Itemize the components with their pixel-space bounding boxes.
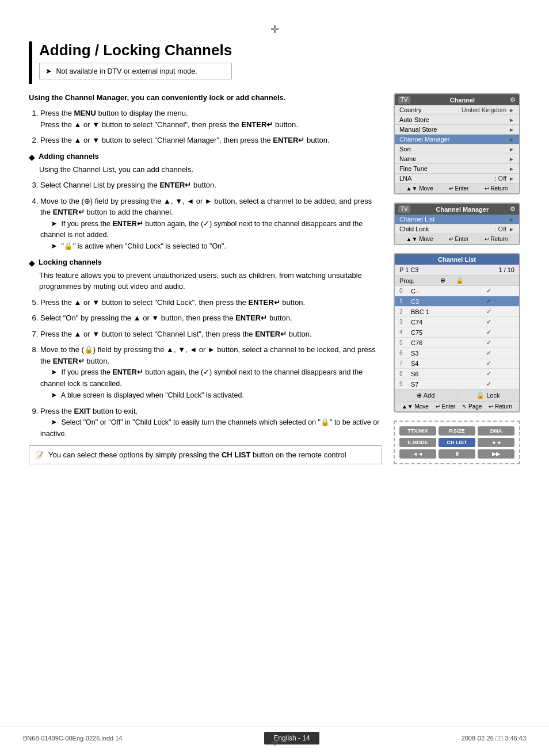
- remote-btn-psize: P.SIZE: [439, 426, 475, 436]
- channel-list-panel: Channel List P 1 C3 1 / 10 Prog. ⊕ 🔒 0 C…: [394, 253, 520, 413]
- remote-grid: TTX/MIX P.SIZE DMA E.MODE CH LIST ◄◄ ◄◄ …: [399, 426, 514, 459]
- cl-row-3: 3 C74 ✓: [395, 317, 519, 327]
- tv-row-sort: Sort ►: [395, 144, 519, 154]
- step3-enter-bold: ENTER↵: [159, 181, 191, 189]
- locking-channels-title: Locking channels: [39, 258, 102, 266]
- intro-bold: Using the Channel Manager, you can conve…: [29, 93, 382, 102]
- cl-pagination: 1 / 10: [498, 266, 514, 273]
- remote-btn-rrew: ◄◄: [478, 438, 514, 447]
- arrow-r-icon: ►: [509, 127, 514, 133]
- remote-btn-chlist[interactable]: CH LIST: [439, 438, 475, 447]
- note-icon: 📝: [35, 451, 44, 459]
- tv-panel1-header: TV Channel ⚙: [395, 94, 519, 105]
- cl-row-8: 8 S6 ✓: [395, 369, 519, 379]
- bottom-note-box: 📝 You can select these options by simply…: [29, 445, 382, 464]
- step1-menu-bold: MENU: [74, 109, 96, 117]
- step-4: Move to the (⊕) field by pressing the ▲,…: [40, 196, 382, 252]
- arrow-r-icon: ►: [509, 216, 514, 223]
- step-1: Press the MENU button to display the men…: [40, 108, 382, 130]
- step8-subnote1: ➤ If you press the ENTER↵ button again, …: [40, 368, 363, 388]
- cl-add-btn[interactable]: ⊕ Add: [395, 390, 458, 401]
- title-content: Adding / Locking Channels ➤ Not availabl…: [39, 41, 232, 84]
- tv-row-autostore: Auto Store ►: [395, 115, 519, 125]
- locking-channels-body: This feature allows you to prevent unaut…: [39, 270, 382, 292]
- arrow-r-icon: ►: [509, 166, 514, 172]
- locking-channels-header: ◆ Locking channels: [29, 258, 382, 268]
- cl-lock-btn[interactable]: 🔒 Lock: [458, 390, 520, 401]
- tv-panel2-body: Channel List ► Child Lock : Off ►: [395, 215, 519, 234]
- arrow-r-icon: ►: [509, 136, 514, 143]
- cl-col-prog: Prog.: [399, 277, 434, 284]
- cl-row-9: 9 S7 ✓: [395, 379, 519, 390]
- footer-right: 2008-02-26 □□ 3:46:43: [462, 735, 526, 742]
- tv-row-channelmgr: Channel Manager ►: [395, 135, 519, 144]
- tv-panel1-body: Country : United Kingdom ► Auto Store ► …: [395, 105, 519, 183]
- title-section: Adding / Locking Channels ➤ Not availabl…: [29, 41, 520, 84]
- steps-list-1: Press the MENU button to display the men…: [29, 108, 382, 146]
- step-8: Move to the (🔒) field by pressing the ▲,…: [40, 344, 382, 400]
- remote-btn-emode: E.MODE: [399, 438, 436, 447]
- footer-move: ▲▼ Move: [406, 185, 433, 192]
- cl-row-2: 2 BBC 1 ✓: [395, 307, 519, 317]
- tv-panel2-title: Channel Manager: [415, 206, 510, 213]
- tv-label-1: TV: [398, 96, 410, 104]
- step-5: Press the ▲ or ▼ button to select "Child…: [40, 297, 382, 308]
- tv-panel2-icon: ⚙: [510, 205, 516, 213]
- left-column: Using the Channel Manager, you can conve…: [29, 93, 382, 464]
- arrow-r-icon: ►: [509, 146, 514, 152]
- adding-channels-title: Adding channels: [39, 152, 99, 161]
- tv-row-finetune: Fine Tune ►: [395, 164, 519, 174]
- main-layout: Using the Channel Manager, you can conve…: [29, 93, 520, 464]
- title-bar: [29, 41, 32, 84]
- arrow-r-icon: ►: [509, 226, 514, 232]
- footer2-move: ▲▼ Move: [406, 236, 433, 242]
- tv-panel2-header: TV Channel Manager ⚙: [395, 204, 519, 215]
- step4-subnote1: ➤ If you press the ENTER↵ button again, …: [40, 220, 363, 239]
- adding-channels-header: ◆ Adding channels: [29, 152, 382, 162]
- remote-area: TTX/MIX P.SIZE DMA E.MODE CH LIST ◄◄ ◄◄ …: [394, 421, 520, 464]
- note-arrow-icon: ➤: [45, 67, 52, 75]
- step4-subnote2: ➤ "🔒" is active when "Child Lock" is sel…: [51, 242, 226, 250]
- note-text: Not available in DTV or external input m…: [56, 67, 197, 75]
- top-compass-icon: ✛: [29, 23, 520, 36]
- arrow-r-icon: ►: [509, 107, 514, 113]
- footer2-enter: ↵ Enter: [449, 236, 469, 242]
- cl-col-headers: Prog. ⊕ 🔒: [395, 276, 519, 286]
- tv-row-country: Country : United Kingdom ►: [395, 105, 519, 115]
- tv-panel1-icon: ⚙: [510, 96, 516, 104]
- steps-list-2: Select Channel List by pressing the ENTE…: [29, 180, 382, 252]
- footer-return: ↩ Return: [485, 185, 508, 192]
- diamond-icon-lock: ◆: [29, 258, 35, 268]
- tv-panel2-footer: ▲▼ Move ↵ Enter ↩ Return: [395, 234, 519, 244]
- cl-row-0: 0 C-- ✓: [395, 286, 519, 296]
- arrow-r-icon: ►: [509, 175, 514, 182]
- cl-footer-buttons: ⊕ Add 🔒 Lock: [395, 390, 519, 401]
- diamond-icon-add: ◆: [29, 152, 35, 162]
- page-title: Adding / Locking Channels: [39, 41, 232, 59]
- step-9: Press the EXIT button to exit. ➤ Select …: [40, 406, 382, 440]
- tv-panel-channel: TV Channel ⚙ Country : United Kingdom ► …: [394, 93, 520, 194]
- channel-list-header: Channel List: [395, 254, 519, 265]
- tv-panel1-title: Channel: [415, 97, 510, 104]
- note-box: ➤ Not available in DTV or external input…: [39, 63, 232, 79]
- footer2-return: ↩ Return: [485, 236, 508, 242]
- tv-row2-childlock: Child Lock : Off ►: [395, 224, 519, 234]
- remote-btn-dma: DMA: [478, 426, 514, 436]
- step-7: Press the ▲ or ▼ button to select "Chann…: [40, 329, 382, 340]
- footer-enter: ↵ Enter: [449, 185, 469, 192]
- arrow-r-icon: ►: [509, 156, 514, 162]
- steps-list-3: Press the ▲ or ▼ button to select "Child…: [29, 297, 382, 440]
- tv-row-manualstore: Manual Store ►: [395, 125, 519, 135]
- tv-panel1-footer: ▲▼ Move ↵ Enter ↩ Return: [395, 183, 519, 193]
- step4-enter-bold: ENTER↵: [53, 208, 85, 216]
- step-2: Press the ▲ or ▼ button to select "Chann…: [40, 135, 382, 146]
- cl-nav-enter: ↵ Enter: [436, 403, 456, 410]
- ch-list-bold: CH LIST: [222, 450, 251, 459]
- step1-enter-bold: ENTER↵: [241, 120, 273, 129]
- arrow-r-icon: ►: [509, 117, 514, 123]
- cl-nav: ▲▼ Move ↵ Enter ↖ Page ↩ Return: [395, 401, 519, 411]
- bottom-note-text: You can select these options by simply p…: [48, 450, 346, 459]
- remote-btn-ffw: ▶▶: [478, 449, 514, 459]
- cl-row-4: 4 C75 ✓: [395, 327, 519, 338]
- adding-channels-body: Using the Channel List, you can add chan…: [39, 164, 382, 175]
